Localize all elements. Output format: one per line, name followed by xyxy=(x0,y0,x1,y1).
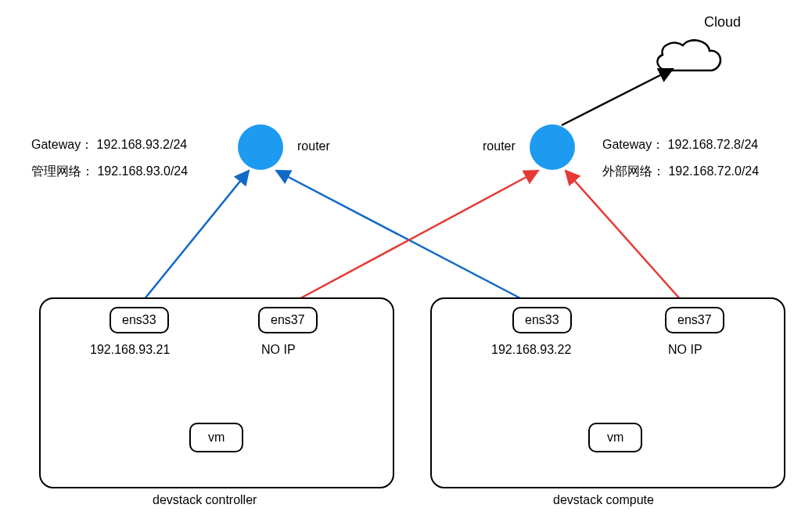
controller-ens33: ens33 xyxy=(110,307,169,333)
compute-ens33: ens33 xyxy=(512,307,572,333)
compute-ens37-name: ens37 xyxy=(677,313,712,326)
compute-ens33-name: ens33 xyxy=(525,313,559,326)
left-network-info: Gateway： 192.168.93.2/24 管理网络： 192.168.9… xyxy=(31,132,188,184)
compute-ens37: ens37 xyxy=(665,307,724,333)
link-comp-ens33-to-router-left xyxy=(276,171,540,308)
compute-title: devstack compute xyxy=(553,493,654,507)
router-right-label: router xyxy=(483,139,516,153)
link-ctrl-ens33-to-router-left xyxy=(137,171,249,308)
left-gateway-label: Gateway： xyxy=(31,138,93,151)
compute-ens33-ip: 192.168.93.22 xyxy=(491,343,571,357)
controller-ens37-ip: NO IP xyxy=(261,343,296,357)
controller-vm: vm xyxy=(189,423,243,452)
right-net-value: 192.168.72.0/24 xyxy=(668,164,759,178)
cloud-label: Cloud xyxy=(704,14,741,31)
compute-ens37-ip: NO IP xyxy=(668,343,702,357)
link-router-right-to-cloud xyxy=(562,69,673,125)
link-comp-ens37-to-router-right xyxy=(566,171,688,308)
link-ctrl-ens37-to-router-right xyxy=(282,171,538,308)
controller-ens37-name: ens37 xyxy=(271,313,305,326)
left-net-label: 管理网络： xyxy=(31,164,94,178)
compute-vm: vm xyxy=(588,423,642,452)
router-left-icon xyxy=(238,124,283,170)
router-right-icon xyxy=(530,124,575,170)
right-gateway-label: Gateway： xyxy=(602,138,664,151)
cloud-icon xyxy=(657,40,720,70)
router-left-label: router xyxy=(297,139,330,153)
right-gateway-value: 192.168.72.8/24 xyxy=(668,138,759,151)
controller-node xyxy=(39,297,394,488)
left-net-value: 192.168.93.0/24 xyxy=(97,164,188,178)
compute-node xyxy=(430,297,785,488)
right-network-info: Gateway： 192.168.72.8/24 外部网络： 192.168.7… xyxy=(602,132,759,184)
controller-ens33-name: ens33 xyxy=(122,313,156,326)
right-net-label: 外部网络： xyxy=(602,164,665,178)
compute-vm-name: vm xyxy=(607,431,623,444)
controller-title: devstack controller xyxy=(153,493,257,507)
controller-ens37: ens37 xyxy=(258,307,318,333)
left-gateway-value: 192.168.93.2/24 xyxy=(97,138,188,151)
controller-ens33-ip: 192.168.93.21 xyxy=(90,343,170,357)
controller-vm-name: vm xyxy=(208,431,225,444)
